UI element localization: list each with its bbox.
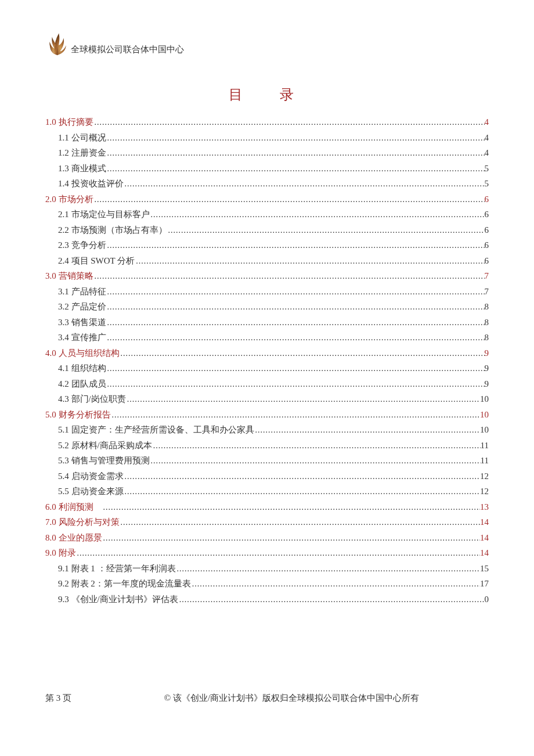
toc-leader-dots bbox=[254, 423, 481, 438]
toc-entry-page: 4 bbox=[485, 114, 489, 129]
toc-leader-dots bbox=[106, 377, 485, 392]
toc-entry-page: 8 bbox=[485, 330, 489, 345]
toc-leader-dots bbox=[106, 331, 485, 345]
toc-entry-page: 10 bbox=[480, 407, 489, 422]
toc-entry[interactable]: 5.5 启动资金来源12 bbox=[45, 484, 489, 499]
toc-entry[interactable]: 1.2 注册资金4 bbox=[45, 145, 489, 161]
toc-leader-dots bbox=[93, 269, 485, 284]
toc-title: 目 录 bbox=[45, 85, 489, 104]
toc-entry[interactable]: 5.0 财务分析报告10 bbox=[45, 407, 489, 423]
toc-entry[interactable]: 1.4 投资收益评价5 bbox=[45, 176, 489, 192]
toc-entry[interactable]: 2.4 项目 SWOT 分析6 bbox=[45, 253, 489, 269]
toc-entry[interactable]: 5.4 启动资金需求12 bbox=[45, 469, 489, 484]
toc-leader-dots bbox=[124, 470, 481, 484]
toc-entry-page: 12 bbox=[480, 469, 489, 484]
toc-entry[interactable]: 4.1 组织结构9 bbox=[45, 361, 489, 376]
toc-entry-label: 8.0 企业的愿景 bbox=[45, 530, 102, 545]
toc-entry[interactable]: 1.0 执行摘要4 bbox=[45, 114, 489, 130]
table-of-contents: 1.0 执行摘要41.1 公司概况41.2 注册资金41.3 商业模式51.4 … bbox=[45, 114, 489, 607]
toc-entry-page: 14 bbox=[480, 530, 489, 545]
toc-entry-label: 5.2 原材料/商品采购成本 bbox=[58, 438, 152, 453]
toc-entry[interactable]: 4.3 部门/岗位职责10 bbox=[45, 391, 489, 407]
toc-entry-label: 1.3 商业模式 bbox=[58, 161, 106, 176]
toc-entry[interactable]: 2.2 市场预测（市场占有率）6 bbox=[45, 222, 489, 238]
toc-entry-page: 15 bbox=[480, 561, 489, 576]
toc-entry[interactable]: 9.2 附表 2：第一年度的现金流量表17 bbox=[45, 576, 489, 592]
toc-entry-page: 14 bbox=[480, 545, 489, 560]
toc-entry[interactable]: 2.1 市场定位与目标客户6 bbox=[45, 207, 489, 222]
toc-entry-label: 9.2 附表 2：第一年度的现金流量表 bbox=[58, 576, 191, 591]
toc-entry[interactable]: 6.0 利润预测 13 bbox=[45, 499, 489, 515]
toc-entry-label: 9.1 附表 1 ：经营第一年利润表 bbox=[58, 561, 176, 576]
toc-entry[interactable]: 5.2 原材料/商品采购成本11 bbox=[45, 438, 489, 453]
toc-entry-label: 1.2 注册资金 bbox=[58, 145, 106, 160]
toc-entry-page: 6 bbox=[485, 192, 489, 207]
toc-leader-dots bbox=[93, 193, 485, 207]
toc-entry-label: 5.0 财务分析报告 bbox=[45, 407, 111, 422]
toc-entry-page: 6 bbox=[485, 222, 489, 237]
toc-entry-label: 5.5 启动资金来源 bbox=[58, 484, 124, 499]
toc-entry-page: 8 bbox=[485, 315, 489, 330]
toc-entry-label: 7.0 风险分析与对策 bbox=[45, 514, 120, 530]
toc-entry-page: 4 bbox=[485, 145, 489, 160]
toc-entry-page: 9 bbox=[485, 361, 489, 376]
toc-entry-label: 1.0 执行摘要 bbox=[45, 114, 93, 129]
toc-entry-page: 7 bbox=[485, 284, 489, 299]
toc-entry[interactable]: 3.3 销售渠道8 bbox=[45, 315, 489, 330]
toc-entry-label: 3.1 产品特征 bbox=[58, 284, 106, 299]
toc-entry[interactable]: 4.2 团队成员9 bbox=[45, 376, 489, 392]
toc-entry[interactable]: 8.0 企业的愿景14 bbox=[45, 530, 489, 546]
toc-entry[interactable]: 5.1 固定资产：生产经营所需设备、工具和办公家具10 bbox=[45, 422, 489, 438]
toc-entry[interactable]: 2.3 竞争分析6 bbox=[45, 237, 489, 253]
toc-entry-page: 13 bbox=[480, 499, 489, 514]
toc-entry[interactable]: 5.3 销售与管理费用预测11 bbox=[45, 453, 489, 469]
toc-entry-label: 6.0 利润预测 bbox=[45, 499, 102, 514]
toc-entry[interactable]: 9.0 附录14 bbox=[45, 545, 489, 561]
toc-leader-dots bbox=[106, 131, 485, 146]
toc-entry-page: 6 bbox=[485, 253, 489, 268]
toc-entry[interactable]: 3.0 营销策略7 bbox=[45, 268, 489, 284]
toc-entry-label: 2.2 市场预测（市场占有率） bbox=[58, 222, 167, 237]
toc-entry[interactable]: 9.3 《创业/商业计划书》评估表0 bbox=[45, 592, 489, 607]
page-number: 第 3 页 bbox=[45, 693, 71, 704]
toc-leader-dots bbox=[150, 208, 485, 222]
toc-entry-page: 0 bbox=[485, 592, 489, 607]
toc-leader-dots bbox=[124, 485, 481, 499]
flame-logo-icon bbox=[45, 32, 70, 56]
toc-entry-label: 3.0 营销策略 bbox=[45, 268, 93, 283]
toc-leader-dots bbox=[150, 454, 481, 469]
toc-entry-label: 1.4 投资收益评价 bbox=[58, 176, 124, 191]
toc-leader-dots bbox=[106, 316, 485, 330]
toc-entry[interactable]: 7.0 风险分析与对策14 bbox=[45, 514, 489, 530]
toc-entry-label: 9.0 附录 bbox=[45, 545, 76, 560]
toc-leader-dots bbox=[106, 162, 485, 177]
toc-entry-label: 3.3 销售渠道 bbox=[58, 315, 106, 330]
toc-entry-page: 7 bbox=[485, 268, 489, 283]
toc-entry-label: 4.1 组织结构 bbox=[58, 361, 106, 376]
toc-entry[interactable]: 1.3 商业模式5 bbox=[45, 161, 489, 177]
toc-leader-dots bbox=[106, 239, 485, 253]
toc-leader-dots bbox=[126, 393, 480, 407]
toc-entry[interactable]: 3.2 产品定价8 bbox=[45, 299, 489, 315]
toc-entry-page: 6 bbox=[485, 207, 489, 222]
toc-leader-dots bbox=[106, 362, 485, 376]
toc-entry[interactable]: 9.1 附表 1 ：经营第一年利润表15 bbox=[45, 561, 489, 577]
toc-entry-label: 5.4 启动资金需求 bbox=[58, 469, 124, 484]
document-footer: 第 3 页 © 该《创业/商业计划书》版权归全球模拟公司联合体中国中心所有 bbox=[45, 693, 489, 704]
toc-entry[interactable]: 3.1 产品特征7 bbox=[45, 284, 489, 300]
toc-entry[interactable]: 2.0 市场分析6 bbox=[45, 192, 489, 207]
toc-leader-dots bbox=[106, 285, 485, 300]
toc-entry[interactable]: 3.4 宣传推广8 bbox=[45, 330, 489, 345]
toc-entry-page: 9 bbox=[485, 345, 489, 361]
toc-entry-label: 5.1 固定资产：生产经营所需设备、工具和办公家具 bbox=[58, 422, 254, 437]
toc-leader-dots bbox=[176, 562, 481, 577]
copyright-text: © 该《创业/商业计划书》版权归全球模拟公司联合体中国中心所有 bbox=[71, 693, 489, 704]
toc-entry-page: 11 bbox=[481, 453, 489, 468]
toc-entry-page: 6 bbox=[485, 237, 489, 253]
toc-entry[interactable]: 4.0 人员与组织结构9 bbox=[45, 345, 489, 361]
toc-entry-label: 4.3 部门/岗位职责 bbox=[58, 391, 126, 406]
toc-entry[interactable]: 1.1 公司概况4 bbox=[45, 130, 489, 146]
document-header: 全球模拟公司联合体中国中心 bbox=[45, 32, 489, 56]
toc-leader-dots bbox=[111, 408, 481, 423]
toc-entry-label: 3.4 宣传推广 bbox=[58, 330, 106, 345]
